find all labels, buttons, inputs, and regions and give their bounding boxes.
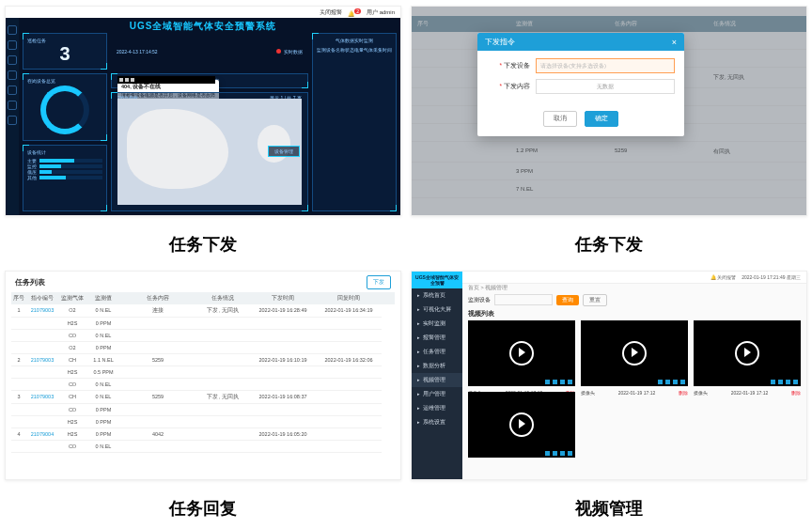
- play-icon[interactable]: [509, 341, 534, 366]
- task-id-link[interactable]: 21079003: [26, 304, 58, 318]
- col-header: 气体: [364, 47, 373, 53]
- nav-icon[interactable]: [8, 25, 17, 35]
- reset-button[interactable]: 重置: [583, 294, 607, 306]
- task-id-link[interactable]: [26, 379, 58, 391]
- play-icon[interactable]: [119, 78, 123, 82]
- close-alarm-link[interactable]: 关闭报警: [320, 8, 342, 17]
- donut-chart-icon: [40, 86, 89, 134]
- task-id-link[interactable]: [26, 441, 58, 453]
- col-header: 采集时间: [373, 47, 392, 53]
- sidebar-item[interactable]: ▸系统首页: [412, 288, 462, 303]
- col-header: 序号: [11, 292, 26, 304]
- task-list-screenshot: 任务列表 下发 序号指令编号监测气体监测值任务内容任务情况下发时间回复时间 12…: [5, 271, 401, 481]
- chevron-right-icon: ▸: [417, 306, 420, 312]
- nav-icon[interactable]: [8, 70, 17, 80]
- sidebar-item[interactable]: ▸视频管理: [412, 373, 462, 387]
- caption: 任务回复: [169, 497, 237, 520]
- task-panel: 巡检任务 3: [23, 33, 107, 70]
- table-row: O20 PPM: [11, 342, 395, 354]
- video-controls[interactable]: [581, 379, 688, 386]
- breadcrumb: 首页 > 视频管理: [468, 285, 508, 291]
- sidebar-item[interactable]: ▸数据分析: [412, 359, 462, 373]
- dashboard-topbar: 关闭报警 🔔2 用户 admin: [6, 7, 400, 18]
- sidebar-item[interactable]: ▸系统设置: [412, 415, 462, 429]
- task-id-link[interactable]: 21079003: [26, 354, 58, 366]
- search-button[interactable]: 查询: [556, 295, 579, 305]
- col-header: 回复时间: [316, 292, 382, 304]
- ok-button[interactable]: 确定: [585, 111, 618, 127]
- map-panel: 2/6台在线 显示 1 / 共 7 页 设备管理: [111, 92, 308, 211]
- task-id-link[interactable]: 21079004: [26, 428, 58, 441]
- table-row: 121079003O20 N.EL连接下发, 无回执2022-01-19 16:…: [11, 304, 395, 318]
- col-header: 下发时间: [250, 292, 316, 304]
- section-title: 视频列表: [468, 309, 494, 319]
- bell-icon[interactable]: 🔔2: [348, 8, 361, 17]
- bar-label: 其他: [27, 175, 37, 180]
- sidebar-item[interactable]: ▸实时监测: [412, 317, 462, 331]
- device-select[interactable]: 请选择设备(支持多选设备): [536, 58, 675, 73]
- sidebar-item[interactable]: ▸报警管理: [412, 331, 462, 345]
- col-header: 电量: [354, 47, 364, 53]
- table-row: CO0 N.EL: [11, 441, 395, 453]
- task-id-link[interactable]: [26, 330, 58, 342]
- close-icon[interactable]: ×: [672, 38, 677, 47]
- play-icon[interactable]: [509, 412, 534, 437]
- task-id-link[interactable]: [26, 366, 58, 379]
- pause-icon[interactable]: [125, 78, 129, 82]
- new-task-button[interactable]: 下发: [367, 275, 391, 289]
- volume-icon[interactable]: [131, 78, 134, 82]
- nav-icon[interactable]: [8, 55, 17, 65]
- device-manage-button[interactable]: 设备管理: [268, 146, 300, 157]
- task-id-link[interactable]: [26, 342, 58, 354]
- video-name: 摄像头: [694, 390, 708, 396]
- sidebar-item[interactable]: ▸用户管理: [412, 387, 462, 401]
- status-label: 实时数据: [284, 49, 303, 54]
- sidebar-item[interactable]: ▸运维管理: [412, 401, 462, 415]
- video-controls[interactable]: [468, 450, 575, 458]
- nav-icon[interactable]: [8, 101, 17, 110]
- task-id-link[interactable]: [26, 404, 58, 416]
- task-id-link[interactable]: 21079003: [26, 391, 58, 404]
- table-row: 421079004H2S0 PPM40422022-01-19 16:05:20: [11, 428, 395, 441]
- device-filter-input[interactable]: [494, 294, 553, 305]
- nav-icon[interactable]: [8, 86, 17, 95]
- chevron-right-icon: ▸: [417, 335, 420, 340]
- task-id-link[interactable]: [26, 416, 58, 428]
- task-count: 3: [27, 43, 102, 65]
- chevron-right-icon: ▸: [417, 349, 420, 354]
- dashboard-screenshot: 关闭报警 🔔2 用户 admin UGS全域智能气体安全预警系统 2022-4-…: [5, 6, 401, 216]
- nav-icon[interactable]: [8, 116, 17, 125]
- cancel-button[interactable]: 取消: [543, 111, 577, 127]
- sidebar-item[interactable]: ▸可视化大屏: [412, 303, 462, 317]
- content-select[interactable]: 无数据: [536, 79, 675, 94]
- play-icon[interactable]: [735, 341, 759, 366]
- timestamp-label: 2022-4-13 17:14:52: [117, 49, 158, 54]
- col-header: 监测气体: [58, 292, 86, 304]
- close-alarm-link[interactable]: 🔔 关闭报警: [710, 274, 736, 280]
- content-label: 下发内容: [504, 83, 530, 89]
- video-manage-screenshot: UGS全域智能气体安全预警 ▸系统首页▸可视化大屏▸实时监测▸报警管理▸任务管理…: [411, 271, 807, 481]
- delete-link[interactable]: 删除: [679, 390, 688, 396]
- bar-chart-icon: [39, 176, 102, 179]
- page-title: 任务列表: [15, 277, 45, 288]
- table-row: CO0 N.EL: [11, 379, 395, 391]
- video-controls[interactable]: [468, 379, 575, 386]
- media-playbar[interactable]: [117, 76, 215, 84]
- sidebar-item[interactable]: ▸任务管理: [412, 345, 462, 359]
- delete-link[interactable]: 删除: [791, 390, 801, 396]
- modal-title: 下发指令: [485, 37, 515, 47]
- play-icon[interactable]: [622, 341, 647, 366]
- nav-icon[interactable]: [8, 40, 17, 50]
- video-thumbnail[interactable]: 摄像头2022-01-19 17:12删除: [581, 320, 688, 386]
- task-id-link[interactable]: [26, 318, 58, 330]
- video-thumbnail[interactable]: 摄像头2022-01-19 17:12删除: [468, 320, 575, 386]
- chevron-right-icon: ▸: [417, 377, 420, 382]
- col-header: 任务情况: [195, 292, 250, 304]
- video-thumbnail[interactable]: [468, 392, 575, 458]
- caption: 任务下发: [169, 233, 237, 256]
- admin-sidebar: UGS全域智能气体安全预警 ▸系统首页▸可视化大屏▸实时监测▸报警管理▸任务管理…: [412, 272, 462, 480]
- chevron-right-icon: ▸: [417, 391, 420, 397]
- panel-title: 在岗设备总览: [27, 78, 102, 84]
- video-controls[interactable]: [694, 379, 801, 386]
- video-thumbnail[interactable]: 摄像头2022-01-19 17:12删除: [694, 320, 801, 386]
